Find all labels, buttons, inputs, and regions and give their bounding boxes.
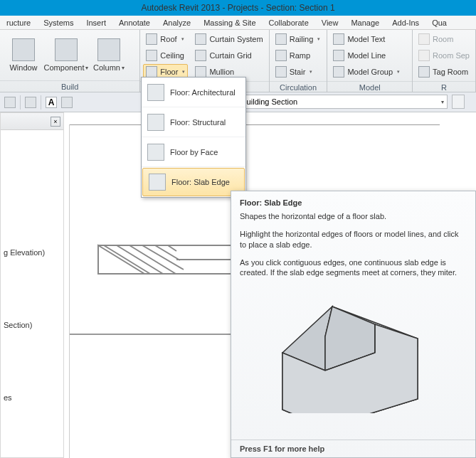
menu-insert[interactable]: Insert	[80, 18, 112, 27]
room-icon	[418, 33, 430, 45]
component-button[interactable]: Component▾	[47, 33, 85, 78]
chevron-down-icon: ▾	[310, 69, 312, 75]
menu-view[interactable]: View	[315, 18, 345, 27]
menu-analyze[interactable]: Analyze	[157, 18, 197, 27]
chevron-down-icon: ▾	[85, 65, 88, 71]
floor-structural-item[interactable]: Floor: Structural	[142, 107, 245, 137]
stair-icon	[275, 66, 287, 78]
chevron-down-icon: ▾	[182, 69, 185, 75]
view-selector-options[interactable]	[452, 95, 465, 109]
panel-title-circulation: Circulation	[270, 81, 327, 92]
floor-slab-icon	[149, 174, 166, 191]
room-button: Room	[416, 31, 472, 47]
project-browser: × g Elevation) Section) es	[0, 112, 64, 458]
room-separator-button: Room Sep	[416, 48, 472, 63]
window-icon	[12, 38, 35, 61]
tooltip-panel: Floor: Slab Edge Shapes the horizontal e…	[231, 191, 476, 458]
tag-room-icon	[418, 66, 430, 78]
panel-title-build: Build	[0, 80, 139, 92]
floor-slab-edge-item[interactable]: Floor: Slab Edge	[142, 168, 245, 196]
chevron-down-icon: ▾	[317, 36, 320, 42]
text-style-icon[interactable]	[61, 97, 73, 108]
menu-manage[interactable]: Manage	[344, 18, 386, 27]
model-group-button[interactable]: Model Group▾	[330, 64, 403, 80]
tooltip-text: Shapes the horizontal edge of a floor sl…	[240, 211, 467, 222]
column-icon	[97, 38, 120, 61]
panel-title-room: R	[413, 81, 475, 92]
model-line-button[interactable]: Model Line	[330, 48, 403, 63]
tree-item[interactable]: g Elevation)	[4, 248, 60, 257]
slab-edge-illustration	[272, 285, 435, 413]
curtain-grid-icon	[195, 50, 206, 61]
ramp-icon	[275, 50, 287, 61]
railing-icon	[275, 33, 287, 45]
view-selector[interactable]: n : Building Section ▾	[227, 95, 448, 109]
curtain-system-icon	[195, 33, 206, 45]
dropdown-arrow-icon: ▾	[441, 99, 444, 105]
menu-annotate[interactable]: Annotate	[112, 18, 157, 27]
floor-arch-icon	[147, 84, 164, 101]
close-icon[interactable]: ×	[51, 117, 60, 127]
model-group-icon	[333, 66, 344, 78]
menu-systems[interactable]: Systems	[37, 18, 80, 27]
menubar: ructure Systems Insert Annotate Analyze …	[0, 16, 476, 30]
window-button[interactable]: Window	[4, 33, 43, 78]
window-titlebar: Autodesk Revit 2013 - Projects - Section…	[0, 0, 476, 16]
panel-title-model: Model	[327, 81, 412, 92]
floor-icon	[146, 66, 157, 78]
chevron-down-icon: ▾	[397, 69, 400, 75]
mullion-icon	[195, 66, 206, 78]
ceiling-icon	[146, 50, 157, 61]
tag-room-button[interactable]: Tag Room	[416, 64, 472, 80]
chevron-down-icon: ▾	[122, 65, 125, 71]
menu-addins[interactable]: Add-Ins	[386, 18, 425, 27]
model-text-button[interactable]: Model Text	[330, 31, 403, 47]
menu-massing-site[interactable]: Massing & Site	[197, 18, 262, 27]
curtain-grid-button[interactable]: Curtain Grid	[192, 48, 265, 63]
teapot-icon[interactable]	[25, 97, 36, 108]
ramp-button[interactable]: Ramp	[273, 48, 324, 63]
roof-icon	[146, 33, 157, 45]
floor-struct-icon	[147, 114, 164, 131]
column-button[interactable]: Column▾	[90, 33, 128, 78]
roof-button[interactable]: Roof▾	[143, 31, 188, 47]
floor-dropdown: Floor: Architectural Floor: Structural F…	[141, 77, 246, 198]
menu-structure[interactable]: ructure	[0, 18, 37, 27]
floor-face-icon	[147, 144, 164, 161]
model-line-icon	[333, 50, 344, 61]
tooltip-text: Highlight the horizontal edges of floors…	[240, 229, 467, 250]
menu-extra[interactable]: Qua	[425, 18, 453, 27]
tooltip-footer: Press F1 for more help	[231, 440, 475, 457]
railing-button[interactable]: Railing▾	[273, 31, 324, 47]
tree-item[interactable]: es	[4, 393, 60, 402]
curtain-system-button[interactable]: Curtain System	[192, 31, 265, 47]
floor-architectural-item[interactable]: Floor: Architectural	[142, 78, 245, 107]
menu-collaborate[interactable]: Collaborate	[263, 18, 315, 27]
room-sep-icon	[418, 50, 430, 61]
tooltip-title: Floor: Slab Edge	[240, 198, 467, 207]
tree-item[interactable]: Section)	[4, 321, 60, 329]
tooltip-text: As you click contiguous edges, one conti…	[240, 257, 467, 279]
chevron-down-icon: ▾	[181, 36, 184, 42]
model-text-icon	[333, 33, 344, 45]
tool-icon[interactable]	[4, 97, 16, 108]
component-icon	[55, 38, 78, 61]
floor-by-face-item[interactable]: Floor by Face	[142, 137, 245, 167]
ceiling-button[interactable]: Ceiling	[143, 48, 188, 63]
stair-button[interactable]: Stair▾	[273, 64, 324, 80]
text-a-icon[interactable]: A	[46, 97, 57, 108]
